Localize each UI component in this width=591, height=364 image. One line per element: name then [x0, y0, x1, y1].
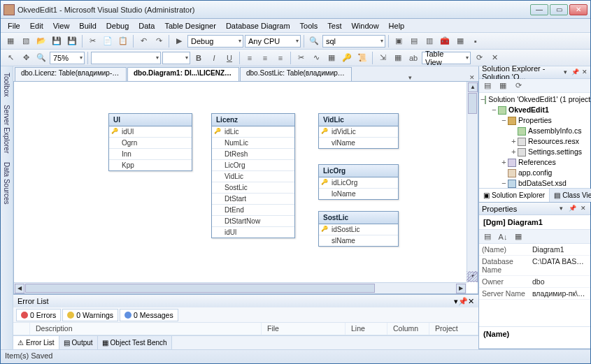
close-panel-icon[interactable]: ✕ [582, 68, 588, 77]
table-column[interactable]: vlName [319, 138, 398, 148]
maximize-button[interactable]: ▭ [550, 4, 568, 15]
menu-view[interactable]: View [49, 20, 74, 31]
minimize-button[interactable]: — [530, 4, 548, 15]
run-combo[interactable]: sql [322, 35, 385, 48]
scroll-up-icon[interactable]: ▲ [468, 82, 478, 92]
tab-output[interactable]: ▤Output [59, 336, 98, 349]
property-row[interactable]: Server Nameвладимир-пк\cf37a0 [479, 288, 590, 300]
db-table-sostlic[interactable]: SostLicidSostLicslName [318, 211, 399, 247]
table-column[interactable]: DtEnd [212, 205, 294, 216]
cmd-window-icon[interactable]: ▪ [469, 34, 483, 48]
find-icon[interactable]: 🔍 [307, 34, 321, 48]
vscroll-thumb[interactable] [468, 93, 477, 114]
tab-class-view[interactable]: ▤Class View [550, 189, 591, 202]
menu-build[interactable]: Build [75, 20, 100, 31]
table-header[interactable]: Licenz [212, 114, 294, 126]
open-file-icon[interactable]: 📂 [34, 34, 48, 48]
property-value[interactable]: Diagram1 [529, 244, 590, 255]
close-panel-icon[interactable]: ✕ [468, 297, 474, 306]
node-appconfig[interactable]: app.config [480, 168, 589, 178]
menu-data[interactable]: Data [134, 20, 159, 31]
properties-title[interactable]: Properties ▾ 📌 ✕ [479, 203, 590, 215]
platform-combo[interactable]: Any CPU [245, 35, 301, 48]
table-column[interactable]: DtResh [212, 149, 294, 160]
align-center-icon[interactable]: ≡ [258, 51, 272, 65]
doc-tabs-close-icon[interactable]: ✕ [467, 74, 477, 81]
script-icon[interactable]: 📜 [355, 51, 369, 65]
col-line[interactable]: Line [346, 323, 387, 335]
new-table-icon[interactable]: ▦ [325, 51, 339, 65]
bold-icon[interactable]: B [192, 51, 206, 65]
redo-icon[interactable]: ↷ [152, 34, 166, 48]
italic-icon[interactable]: I [207, 51, 221, 65]
key-icon[interactable]: 🔑 [340, 51, 354, 65]
doc-tabs-dropdown-icon[interactable]: ▾ [405, 74, 415, 81]
node-properties[interactable]: −Properties [480, 115, 589, 126]
col-icon[interactable] [13, 323, 30, 335]
pan-icon[interactable]: ✥ [19, 51, 33, 65]
table-column[interactable]: idUl [212, 227, 294, 238]
categorize-icon[interactable]: ▤ [480, 230, 494, 244]
menu-table-designer[interactable]: Table Designer [161, 20, 220, 31]
close-button[interactable]: ✕ [569, 4, 588, 15]
tab-error-list[interactable]: ⚠Error List [13, 336, 59, 349]
properties-icon[interactable]: ▤ [407, 34, 421, 48]
config-combo[interactable]: Debug [187, 35, 243, 48]
property-value[interactable]: владимир-пк\cf37a0 [529, 288, 590, 299]
scroll-left-icon[interactable]: ◀ [15, 284, 24, 293]
titlebar[interactable]: OkvedEdit1 - Microsoft Visual Studio (Ad… [1, 1, 590, 19]
start-debug-icon[interactable]: ▶ [172, 34, 186, 48]
fontsize-combo[interactable] [162, 52, 190, 64]
table-column[interactable]: idSostLic [319, 224, 398, 235]
pin-icon[interactable]: 📌 [458, 297, 468, 306]
textbox-icon[interactable]: ab [406, 51, 420, 65]
copy-icon[interactable]: 📄 [101, 34, 115, 48]
toolbox-icon[interactable]: 🧰 [438, 34, 452, 48]
pointer-icon[interactable]: ↖ [3, 51, 17, 65]
table-column[interactable]: Kpp [109, 160, 192, 170]
warnings-filter[interactable]: 0 Warnings [62, 309, 118, 321]
new-project-icon[interactable]: ▦ [3, 34, 17, 48]
error-list-title[interactable]: Error List ▾ 📌 ✕ [13, 295, 478, 307]
save-all-icon[interactable]: 💾 [65, 34, 79, 48]
table-column[interactable]: idLicOrg [319, 177, 398, 189]
errors-filter[interactable]: 0 Errors [16, 309, 61, 321]
menu-test[interactable]: Test [323, 20, 346, 31]
props-icon[interactable]: ▦ [511, 230, 525, 244]
table-column[interactable]: VidLic [212, 171, 294, 182]
table-column[interactable]: DtStartNow [212, 216, 294, 227]
refresh-icon[interactable]: ⟳ [511, 79, 525, 93]
add-item-icon[interactable]: ▧ [19, 34, 33, 48]
menu-file[interactable]: File [3, 20, 24, 31]
align-right-icon[interactable]: ≡ [273, 51, 287, 65]
table-column[interactable]: idVidLic [319, 126, 398, 138]
table-column[interactable]: slName [319, 235, 398, 246]
paste-icon[interactable]: 📋 [116, 34, 130, 48]
underline-icon[interactable]: U [222, 51, 236, 65]
horizontal-scrollbar[interactable]: ◀ ▶ [14, 282, 467, 293]
scroll-right-icon[interactable]: ▶ [456, 284, 466, 293]
col-project[interactable]: Project [429, 323, 478, 335]
properties-icon[interactable]: ▤ [480, 79, 494, 93]
solution-explorer-title[interactable]: Solution Explorer - Solution 'O... ▾ 📌 ✕ [479, 66, 590, 79]
pin-icon[interactable]: 📌 [568, 205, 576, 213]
cut-icon[interactable]: ✂ [85, 34, 99, 48]
diagram-canvas[interactable]: UlidUlOgrnInnKppLicenzidLicNumLicDtReshL… [14, 82, 467, 282]
menu-edit[interactable]: Edit [26, 20, 48, 31]
table-header[interactable]: SostLic [319, 212, 398, 224]
hscroll-thumb[interactable] [25, 284, 375, 293]
close-panel-icon[interactable]: ✕ [579, 205, 588, 213]
tab-object-test-bench[interactable]: ▦Object Test Bench [98, 336, 172, 349]
table-column[interactable]: LicOrg [212, 160, 294, 171]
properties-grid[interactable]: (Name)Diagram1Database NameC:\DATA BASES… [479, 244, 590, 326]
canvas-sizer[interactable] [467, 271, 478, 282]
align-left-icon[interactable]: ≡ [243, 51, 257, 65]
table-column[interactable]: loName [319, 189, 398, 199]
menu-window[interactable]: Window [347, 20, 383, 31]
col-column[interactable]: Column [387, 323, 429, 335]
node-resources[interactable]: +Resources.resx [480, 136, 589, 147]
table-header[interactable]: LicOrg [319, 165, 398, 177]
db-table-licenz[interactable]: LicenzidLicNumLicDtReshLicOrgVidLicSostL… [211, 113, 295, 238]
menu-help[interactable]: Help [385, 20, 409, 31]
db-table-licorg[interactable]: LicOrgidLicOrgloName [318, 164, 399, 200]
